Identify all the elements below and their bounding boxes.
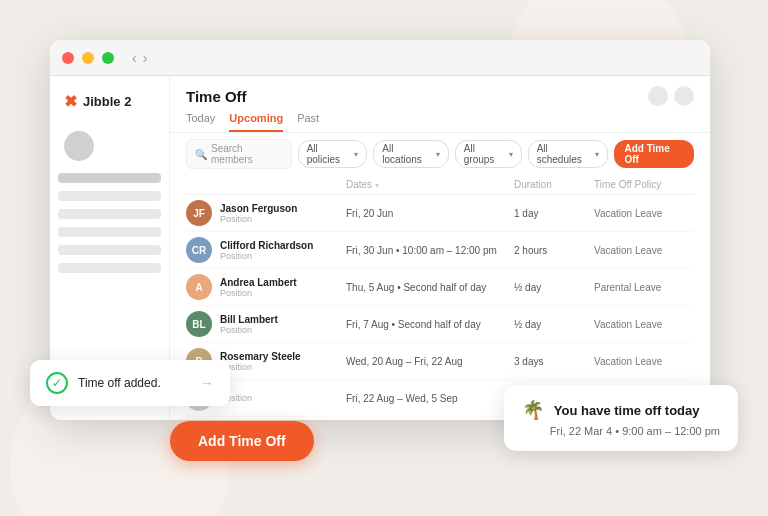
toast-message: Time off added. [78, 376, 190, 390]
table-header: Dates ▾ Duration Time Off Policy [186, 175, 694, 195]
col-header-member [186, 179, 346, 190]
timeoff-today-card: 🌴 You have time off today Fri, 22 Mar 4 … [504, 385, 738, 451]
tab-past[interactable]: Past [297, 112, 319, 132]
member-avatar: CR [186, 237, 212, 263]
member-avatar: A [186, 274, 212, 300]
member-role: Position [220, 325, 278, 335]
member-name: Rosemary Steele [220, 351, 301, 362]
member-cell: JF Jason Ferguson Position [186, 200, 346, 226]
cell-duration: 3 days [514, 356, 594, 367]
chevron-down-icon: ▾ [436, 150, 440, 159]
filter-all-schedules[interactable]: All schedules ▾ [528, 140, 609, 168]
cell-duration: ½ day [514, 282, 594, 293]
cell-dates: Fri, 30 Jun • 10:00 am – 12:00 pm [346, 245, 514, 256]
header-action-1[interactable] [648, 86, 668, 106]
table-row: CR Clifford Richardson Position Fri, 30 … [186, 232, 694, 269]
filter-all-locations[interactable]: All locations ▾ [373, 140, 448, 168]
chevron-down-icon: ▾ [509, 150, 513, 159]
cell-policy: Vacation Leave [594, 245, 694, 256]
cell-policy: Vacation Leave [594, 208, 694, 219]
timeoff-card-subtitle: Fri, 22 Mar 4 • 9:00 am – 12:00 pm [522, 425, 720, 437]
palm-tree-icon: 🌴 [522, 399, 544, 421]
member-avatar: JF [186, 200, 212, 226]
add-time-off-top-button[interactable]: Add Time Off [614, 140, 694, 168]
member-name: Andrea Lambert [220, 277, 297, 288]
toast-notification: ✓ Time off added. → [30, 360, 230, 406]
forward-icon[interactable]: › [143, 50, 148, 66]
timeoff-card-header: 🌴 You have time off today [522, 399, 720, 421]
minimize-dot[interactable] [82, 52, 94, 64]
sidebar-avatar [64, 131, 94, 161]
page-title: Time Off [186, 88, 247, 105]
cell-dates: Thu, 5 Aug • Second half of day [346, 282, 514, 293]
sidebar-item-6[interactable] [58, 263, 161, 273]
toast-dismiss-icon[interactable]: → [200, 375, 214, 391]
sidebar-item-3[interactable] [58, 209, 161, 219]
filter-schedules-label: All schedules [537, 143, 593, 165]
col-header-dates[interactable]: Dates ▾ [346, 179, 514, 190]
member-info: Clifford Richardson Position [220, 240, 313, 261]
cell-duration: ½ day [514, 319, 594, 330]
table-row: R Rosemary Steele Position Wed, 20 Aug –… [186, 343, 694, 380]
member-name: Jason Ferguson [220, 203, 297, 214]
member-cell: A Andrea Lambert Position [186, 274, 346, 300]
sidebar-item-1[interactable] [58, 173, 161, 183]
filter-all-groups[interactable]: All groups ▾ [455, 140, 522, 168]
filter-groups-label: All groups [464, 143, 506, 165]
member-info: Andrea Lambert Position [220, 277, 297, 298]
back-icon[interactable]: ‹ [132, 50, 137, 66]
table-rows: JF Jason Ferguson Position Fri, 20 Jun 1… [186, 195, 694, 417]
sidebar-item-2[interactable] [58, 191, 161, 201]
sidebar-logo: ✖ Jibble 2 [58, 88, 161, 115]
table-row: JF Jason Ferguson Position Fri, 20 Jun 1… [186, 195, 694, 232]
header-actions [648, 86, 694, 106]
add-time-off-button[interactable]: Add Time Off [170, 421, 314, 461]
sort-icon: ▾ [375, 181, 379, 190]
sidebar-item-5[interactable] [58, 245, 161, 255]
success-icon: ✓ [46, 372, 68, 394]
member-avatar: BL [186, 311, 212, 337]
tabs-bar: Today Upcoming Past [170, 106, 710, 133]
col-header-policy: Time Off Policy [594, 179, 694, 190]
filter-policies-label: All policies [307, 143, 352, 165]
tab-today[interactable]: Today [186, 112, 215, 132]
member-role: Position [220, 362, 301, 372]
close-dot[interactable] [62, 52, 74, 64]
filter-all-policies[interactable]: All policies ▾ [298, 140, 368, 168]
cell-policy: Vacation Leave [594, 356, 694, 367]
page-header: Time Off [170, 76, 710, 106]
member-name: Clifford Richardson [220, 240, 313, 251]
filter-locations-label: All locations [382, 143, 432, 165]
cell-dates: Fri, 7 Aug • Second half of day [346, 319, 514, 330]
header-action-2[interactable] [674, 86, 694, 106]
member-info: Jason Ferguson Position [220, 203, 297, 224]
chevron-down-icon: ▾ [354, 150, 358, 159]
cell-policy: Vacation Leave [594, 319, 694, 330]
table-row: A Andrea Lambert Position Thu, 5 Aug • S… [186, 269, 694, 306]
member-info: Rosemary Steele Position [220, 351, 301, 372]
tab-upcoming[interactable]: Upcoming [229, 112, 283, 132]
logo-text: Jibble 2 [83, 94, 131, 109]
titlebar: ‹ › [50, 40, 710, 76]
sidebar-item-4[interactable] [58, 227, 161, 237]
timeoff-card-title: You have time off today [554, 403, 700, 418]
col-header-duration: Duration [514, 179, 594, 190]
member-info: Bill Lambert Position [220, 314, 278, 335]
filters-bar: 🔍 Search members All policies ▾ All loca… [170, 133, 710, 175]
search-icon: 🔍 [195, 149, 207, 160]
logo-icon: ✖ [64, 92, 77, 111]
member-cell: BL Bill Lambert Position [186, 311, 346, 337]
member-cell: CR Clifford Richardson Position [186, 237, 346, 263]
time-off-table: Dates ▾ Duration Time Off Policy JF Jaso… [170, 175, 710, 420]
cell-dates: Fri, 20 Jun [346, 208, 514, 219]
cell-dates: Wed, 20 Aug – Fri, 22 Aug [346, 356, 514, 367]
cell-policy: Parental Leave [594, 282, 694, 293]
main-content: Time Off Today Upcoming Past 🔍 Search me… [170, 76, 710, 420]
cell-dates: Fri, 22 Aug – Wed, 5 Sep [346, 393, 514, 404]
member-role: Position [220, 251, 313, 261]
cell-duration: 1 day [514, 208, 594, 219]
member-name: Bill Lambert [220, 314, 278, 325]
maximize-dot[interactable] [102, 52, 114, 64]
search-box[interactable]: 🔍 Search members [186, 139, 292, 169]
cell-duration: 2 hours [514, 245, 594, 256]
